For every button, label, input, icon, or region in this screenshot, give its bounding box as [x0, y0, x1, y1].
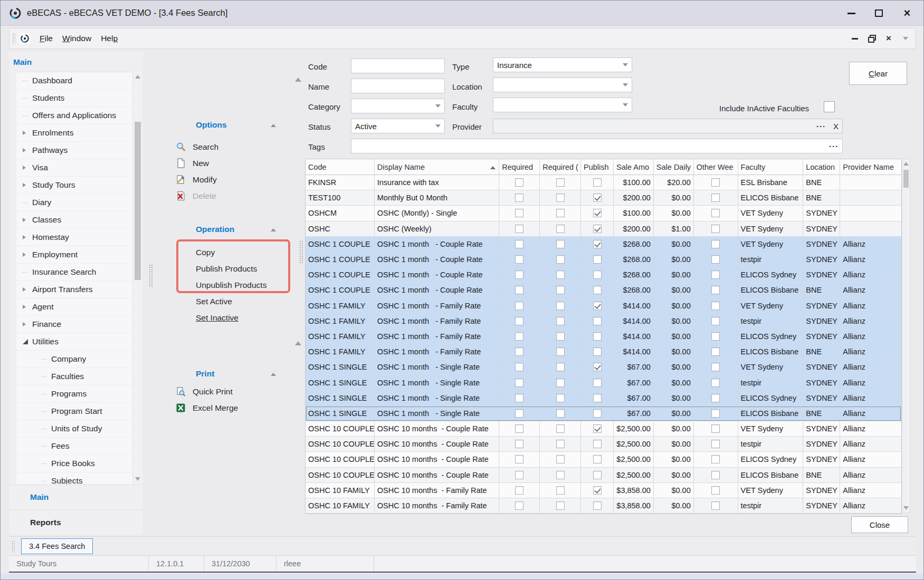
row-checkbox[interactable]: [593, 501, 602, 510]
row-checkbox[interactable]: [711, 317, 720, 325]
set-active-button[interactable]: Set Active: [176, 293, 287, 310]
row-checkbox[interactable]: [711, 332, 720, 341]
row-checkbox[interactable]: [593, 440, 602, 448]
row-checkbox[interactable]: [593, 394, 602, 402]
row-checkbox[interactable]: [556, 471, 565, 479]
sidebar-item-subjects[interactable]: Subjects: [16, 472, 142, 484]
mdi-menu-caret-icon[interactable]: [901, 34, 910, 43]
ellipsis-button[interactable]: ···: [829, 142, 839, 151]
table-row[interactable]: TEST100Monthly But 0 Month$200.00$0.00EL…: [306, 190, 901, 206]
scroll-up-icon[interactable]: [902, 159, 910, 168]
table-row[interactable]: OSHC 10 FAMILYOSHC 10 months - Family Ra…: [306, 498, 901, 514]
row-checkbox[interactable]: [711, 302, 720, 310]
row-checkbox[interactable]: [515, 255, 523, 264]
table-row[interactable]: OSHCMOSHC (Montly) - Single$100.00$0.00V…: [306, 206, 901, 221]
row-checkbox[interactable]: [515, 394, 523, 402]
row-checkbox[interactable]: [593, 317, 602, 325]
row-checkbox[interactable]: [593, 302, 602, 310]
sidebar-item-company[interactable]: Company: [16, 351, 142, 368]
row-checkbox[interactable]: [711, 409, 720, 418]
column-header-location[interactable]: Location: [803, 159, 840, 175]
row-checkbox[interactable]: [556, 363, 565, 371]
row-checkbox[interactable]: [711, 194, 720, 202]
row-checkbox[interactable]: [556, 178, 565, 187]
row-checkbox[interactable]: [515, 286, 523, 294]
sidebar-item-units-of-study[interactable]: Units of Study: [16, 420, 142, 438]
table-scrollbar[interactable]: [902, 159, 910, 513]
new-button[interactable]: New: [176, 155, 287, 171]
column-header-required[interactable]: Required (: [540, 159, 581, 175]
tabbar-grip[interactable]: [12, 540, 15, 552]
provider-ellipsis-button[interactable]: ···: [816, 122, 826, 131]
code-input[interactable]: [351, 59, 445, 73]
row-checkbox[interactable]: [593, 409, 602, 418]
row-checkbox[interactable]: [556, 409, 565, 418]
row-checkbox[interactable]: [515, 209, 523, 217]
table-row[interactable]: OSHCOSHC (Weekly)$200.00$1.00VET SydenyS…: [306, 221, 901, 237]
row-checkbox[interactable]: [556, 455, 565, 463]
table-row[interactable]: OSHC 10 COUPLEOSHC 10 months - Couple Ra…: [306, 421, 901, 437]
row-checkbox[interactable]: [711, 440, 720, 448]
row-checkbox[interactable]: [711, 255, 720, 264]
table-scroll-thumb[interactable]: [903, 170, 909, 188]
row-checkbox[interactable]: [593, 178, 602, 187]
row-checkbox[interactable]: [556, 240, 565, 248]
sidebar-splitter[interactable]: [149, 264, 153, 287]
collapse-arrow-icon[interactable]: [271, 226, 276, 231]
sidebar-item-students[interactable]: Students: [16, 90, 142, 107]
sidebar-item-pathways[interactable]: Pathways: [16, 142, 142, 159]
row-checkbox[interactable]: [515, 455, 523, 463]
delete-button[interactable]: Delete: [176, 188, 287, 204]
row-checkbox[interactable]: [556, 347, 565, 356]
maximize-button[interactable]: [871, 6, 887, 21]
row-checkbox[interactable]: [556, 286, 565, 294]
row-checkbox[interactable]: [515, 347, 523, 356]
row-checkbox[interactable]: [515, 240, 523, 248]
column-header-display-name[interactable]: Display Name: [375, 159, 500, 175]
table-row[interactable]: OSHC 1 SINGLEOSHC 1 month - Single Rate$…: [306, 360, 901, 375]
tab-fees-search[interactable]: 3.4 Fees Search: [21, 538, 93, 554]
menu-window[interactable]: Window: [62, 34, 91, 43]
column-header-publish[interactable]: Publish: [581, 159, 614, 175]
minimize-button[interactable]: [843, 6, 859, 21]
table-row[interactable]: OSHC 1 FAMILYOSHC 1 month - Family Rate$…: [306, 329, 901, 344]
table-row[interactable]: OSHC 10 COUPLEOSHC 10 months - Couple Ra…: [306, 468, 901, 483]
row-checkbox[interactable]: [515, 409, 523, 418]
row-checkbox[interactable]: [593, 255, 602, 264]
sidebar-item-agent[interactable]: Agent: [16, 298, 142, 316]
row-checkbox[interactable]: [593, 363, 602, 371]
row-checkbox[interactable]: [556, 440, 565, 448]
column-header-faculty[interactable]: Faculty: [738, 159, 804, 175]
column-header-provider-name[interactable]: Provider Name: [840, 159, 901, 175]
clear-button[interactable]: Clear: [849, 62, 907, 85]
sidebar-item-programs[interactable]: Programs: [16, 385, 142, 403]
row-checkbox[interactable]: [556, 209, 565, 217]
collapse-arrow-icon[interactable]: [271, 121, 276, 127]
row-checkbox[interactable]: [593, 332, 602, 341]
row-checkbox[interactable]: [593, 424, 602, 433]
row-checkbox[interactable]: [556, 225, 565, 233]
row-checkbox[interactable]: [593, 455, 602, 463]
provider-input[interactable]: ··· X: [493, 119, 843, 133]
sidebar-section-main[interactable]: Main: [9, 485, 143, 509]
column-header-sale-daily[interactable]: Sale Daily: [654, 159, 694, 175]
search-button[interactable]: Search: [176, 139, 287, 155]
row-checkbox[interactable]: [556, 486, 565, 495]
row-checkbox[interactable]: [711, 455, 720, 463]
modify-button[interactable]: Modify: [176, 171, 287, 188]
sidebar-item-fees[interactable]: Fees: [16, 438, 142, 455]
row-checkbox[interactable]: [593, 471, 602, 479]
status-select[interactable]: Active: [351, 119, 445, 133]
collapse-arrow-icon[interactable]: [271, 370, 276, 376]
table-row[interactable]: OSHC 1 SINGLEOSHC 1 month - Single Rate$…: [306, 375, 901, 390]
mdi-close-icon[interactable]: ×: [884, 34, 893, 43]
row-checkbox[interactable]: [556, 501, 565, 510]
row-checkbox[interactable]: [711, 363, 720, 371]
row-checkbox[interactable]: [515, 270, 523, 279]
category-select[interactable]: [351, 99, 445, 113]
tags-input[interactable]: ···: [351, 139, 843, 153]
sidebar-item-price-books[interactable]: Price Books: [16, 455, 142, 472]
row-checkbox[interactable]: [711, 471, 720, 479]
table-row[interactable]: OSHC 10 COUPLEOSHC 10 months - Couple Ra…: [306, 452, 901, 467]
sidebar-item-homestay[interactable]: Homestay: [16, 229, 142, 246]
